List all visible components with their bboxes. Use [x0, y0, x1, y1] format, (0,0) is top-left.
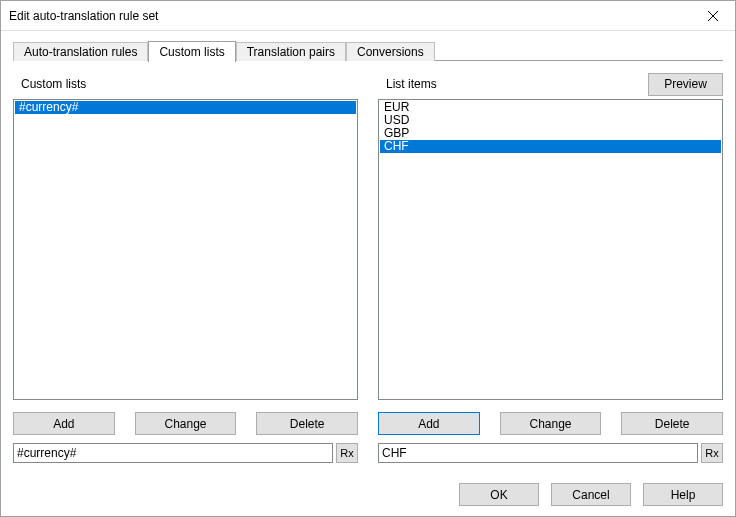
- list-items-header: List items Preview: [378, 73, 723, 95]
- button-label: Add: [418, 417, 439, 431]
- right-delete-button[interactable]: Delete: [621, 412, 723, 435]
- custom-lists-buttons: Add Change Delete: [13, 412, 358, 435]
- button-label: Cancel: [572, 488, 609, 502]
- button-label: Add: [53, 417, 74, 431]
- custom-lists-pane: Custom lists #currency# Add Change Delet…: [13, 73, 358, 463]
- button-label: Delete: [655, 417, 690, 431]
- help-button[interactable]: Help: [643, 483, 723, 506]
- list-items-pane: List items Preview EUR USD GBP CHF Add C…: [378, 73, 723, 463]
- right-change-button[interactable]: Change: [500, 412, 602, 435]
- left-rx-button[interactable]: Rx: [336, 443, 358, 463]
- tab-custom-lists[interactable]: Custom lists: [148, 41, 235, 62]
- panes: Custom lists #currency# Add Change Delet…: [13, 61, 723, 463]
- list-items-listbox[interactable]: EUR USD GBP CHF: [378, 99, 723, 400]
- custom-lists-input-row: Rx: [13, 443, 358, 463]
- list-item[interactable]: EUR: [380, 101, 721, 114]
- custom-lists-label: Custom lists: [13, 77, 358, 91]
- dialog-window: Edit auto-translation rule set Auto-tran…: [0, 0, 736, 517]
- list-items-label: List items: [378, 77, 648, 91]
- right-add-button[interactable]: Add: [378, 412, 480, 435]
- custom-lists-listbox[interactable]: #currency#: [13, 99, 358, 400]
- custom-lists-input[interactable]: [13, 443, 333, 463]
- tab-conversions[interactable]: Conversions: [346, 42, 435, 61]
- tab-auto-translation[interactable]: Auto-translation rules: [13, 42, 148, 61]
- titlebar: Edit auto-translation rule set: [1, 1, 735, 31]
- list-item[interactable]: GBP: [380, 127, 721, 140]
- window-title: Edit auto-translation rule set: [9, 9, 690, 23]
- preview-button[interactable]: Preview: [648, 73, 723, 96]
- list-item[interactable]: USD: [380, 114, 721, 127]
- button-label: Change: [529, 417, 571, 431]
- button-label: OK: [490, 488, 507, 502]
- close-button[interactable]: [690, 1, 735, 30]
- list-item[interactable]: #currency#: [15, 101, 356, 114]
- tab-bar: Auto-translation rules Custom lists Tran…: [13, 39, 723, 61]
- close-icon: [708, 11, 718, 21]
- dialog-content: Auto-translation rules Custom lists Tran…: [1, 31, 735, 473]
- button-label: Change: [164, 417, 206, 431]
- button-label: Delete: [290, 417, 325, 431]
- left-delete-button[interactable]: Delete: [256, 412, 358, 435]
- list-items-buttons: Add Change Delete: [378, 412, 723, 435]
- button-label: Preview: [664, 77, 707, 91]
- button-label: Help: [671, 488, 696, 502]
- list-items-input-row: Rx: [378, 443, 723, 463]
- dialog-button-row: OK Cancel Help: [1, 473, 735, 516]
- left-change-button[interactable]: Change: [135, 412, 237, 435]
- left-add-button[interactable]: Add: [13, 412, 115, 435]
- list-items-input[interactable]: [378, 443, 698, 463]
- list-item[interactable]: CHF: [380, 140, 721, 153]
- ok-button[interactable]: OK: [459, 483, 539, 506]
- custom-lists-header: Custom lists: [13, 73, 358, 95]
- right-rx-button[interactable]: Rx: [701, 443, 723, 463]
- tab-translation-pairs[interactable]: Translation pairs: [236, 42, 346, 61]
- cancel-button[interactable]: Cancel: [551, 483, 631, 506]
